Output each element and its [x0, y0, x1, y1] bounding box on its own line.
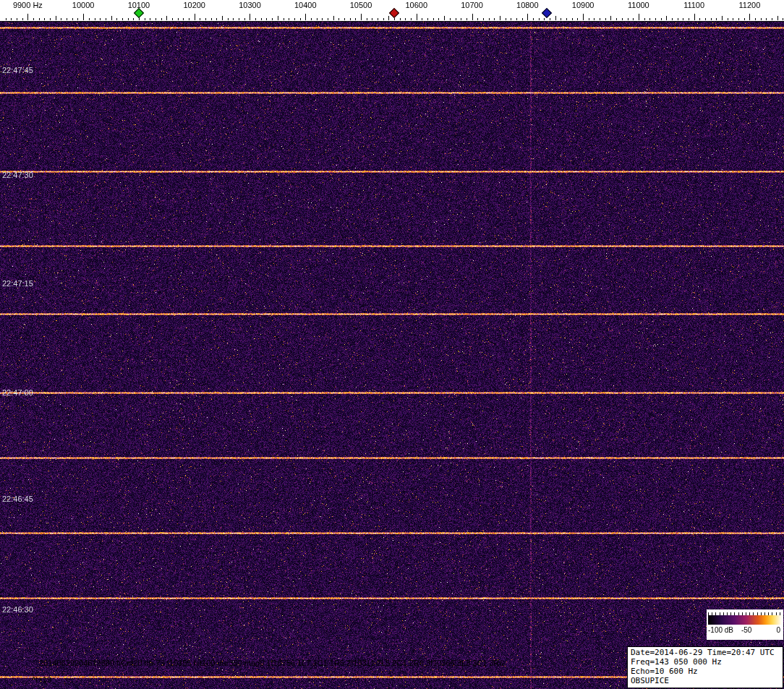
- info-date-time: Date=2014-06-29 Time=20:47 UTC: [631, 648, 780, 657]
- freq-tick-label: 11200: [739, 1, 761, 9]
- color-scale-gradient: [708, 615, 782, 625]
- freq-tick-label: 10000: [72, 1, 95, 9]
- freq-tick-label: 10500: [350, 1, 372, 9]
- color-scale-ticks: [708, 609, 782, 615]
- freq-tick-label: 10600: [405, 1, 427, 9]
- corner-note: ^t+19: [32, 675, 51, 684]
- freq-tick-label: 11000: [628, 1, 649, 9]
- color-scale-label-max: 0: [776, 626, 780, 634]
- color-scale-labels: -100 dB -50 0: [707, 625, 783, 635]
- spectrogram-app: 9900 Hz100001010010200103001040010500106…: [0, 0, 784, 689]
- info-box: Date=2014-06-29 Time=20:47 UTC Freq=143 …: [627, 646, 783, 688]
- freq-tick-label: 10700: [461, 1, 483, 9]
- color-scale: -100 dB -50 0: [707, 609, 783, 640]
- freq-tick-label: 9900 Hz: [13, 1, 43, 9]
- freq-tick-label: 10400: [294, 1, 317, 9]
- freq-tick-label: 10800: [516, 1, 539, 9]
- info-station: OBSUPICE: [631, 676, 780, 685]
- freq-tick-label: 10900: [572, 1, 595, 9]
- frequency-axis: 9900 Hz100001010010200103001040010500106…: [0, 0, 784, 22]
- freq-tick-label: 10200: [183, 1, 205, 9]
- detection-annotation: 20140629204619880 hCnt20 nb-73 f10355 hi…: [39, 659, 504, 667]
- color-scale-label-min: -100 dB: [708, 626, 733, 634]
- freq-tick-label: 10300: [239, 1, 261, 9]
- color-scale-label-mid: -50: [741, 626, 751, 634]
- freq-tick-label: 11100: [683, 1, 704, 9]
- info-frequency: Freq=143 050 000 Hz: [631, 657, 780, 667]
- spectrogram-canvas: [0, 22, 784, 689]
- info-echo: Echo=10 600 Hz: [631, 667, 780, 676]
